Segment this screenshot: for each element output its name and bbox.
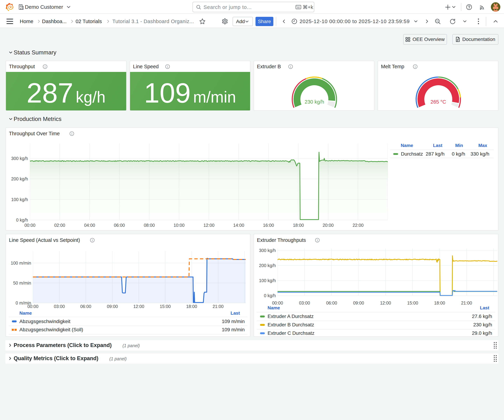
svg-text:265 °C: 265 °C <box>431 99 446 105</box>
svg-text:230 kg/h: 230 kg/h <box>305 99 324 105</box>
